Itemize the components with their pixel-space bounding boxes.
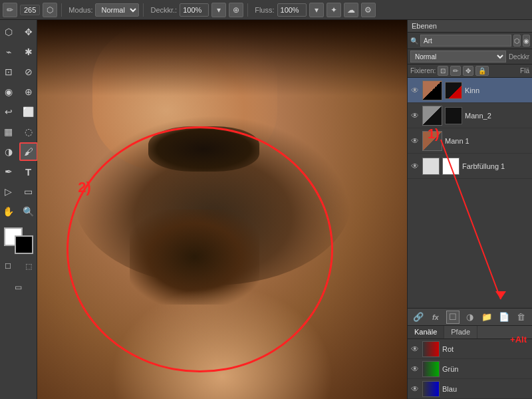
shape-tool[interactable]: ▭ (19, 182, 38, 201)
flow-input[interactable] (277, 3, 307, 17)
layer-mask-kinn (445, 82, 462, 99)
tool-group-2: ⌁ ✱ (0, 43, 38, 61)
opacity-label: Deckkr (509, 53, 529, 61)
text-tool[interactable]: T (19, 162, 38, 181)
layer-visibility-mann2[interactable]: 👁 (410, 111, 420, 120)
brush-picker-icon[interactable]: ⬡ (43, 3, 57, 17)
path-select-tool[interactable]: ▷ (0, 182, 18, 201)
tool-group-3: ⊡ ⊘ (0, 63, 38, 81)
channel-rot[interactable]: 👁 Rot (408, 339, 532, 359)
zoom-tool[interactable]: 🔍 (19, 202, 38, 221)
channels-panel: Kanäle Pfade 👁 Rot 👁 Grün 👁 Blau (408, 325, 532, 399)
delete-layer-btn[interactable]: 🗑 (515, 311, 528, 324)
brush-size-display[interactable]: 265 (20, 5, 40, 15)
channels-tabs: Kanäle Pfade (408, 326, 532, 339)
channel-thumb-gruen (422, 361, 440, 377)
brush-tool-icon[interactable]: ✏ (3, 3, 17, 17)
main-area: ⬡ ✥ ⌁ ✱ ⊡ ⊘ ◉ ⊕ ↩ ⬜ ▦ ◌ ◑ 🖌 ✒ T (0, 20, 532, 399)
new-layer-btn[interactable]: 📄 (497, 311, 511, 324)
color-swatch-area[interactable] (4, 227, 33, 254)
layer-item-kinn[interactable]: 👁 Kinn (408, 78, 532, 103)
blur-tool[interactable]: ◌ (19, 122, 38, 141)
eraser-tool[interactable]: ⬜ (19, 102, 38, 121)
new-group-btn[interactable]: 📁 (480, 311, 493, 324)
pressure-icon[interactable]: ⊕ (229, 3, 243, 17)
airbrush-icon[interactable]: ✦ (327, 3, 341, 17)
channel-blau[interactable]: 👁 Blau (408, 379, 532, 399)
quick-mask-mode[interactable]: ⬚ (19, 257, 38, 275)
channel-eye-gruen[interactable]: 👁 (410, 364, 420, 374)
channel-thumb-rot (422, 341, 440, 357)
channel-name-rot: Rot (442, 345, 529, 353)
flow-arrow-icon[interactable]: ▾ (309, 3, 324, 17)
opacity-input[interactable] (180, 3, 209, 17)
separator-2 (143, 3, 144, 17)
crop-tool[interactable]: ⊡ (0, 63, 18, 81)
clone-tool[interactable]: ⊕ (19, 82, 38, 101)
standard-mode[interactable]: ☐ (0, 257, 17, 275)
fix-brush-btn[interactable]: ✏ (450, 66, 461, 76)
smoothing-icon[interactable]: ☁ (344, 3, 358, 17)
layer-thumb-mann1 (422, 131, 442, 151)
layers-search-row: 🔍 ⬡ ◉ T ⚙ (408, 33, 532, 49)
fx-btn[interactable]: fx (429, 311, 442, 324)
layer-visibility-kinn[interactable]: 👁 (410, 86, 420, 95)
hand-tool[interactable]: ✋ (0, 202, 18, 221)
layer-name-mann2: Mann_2 (465, 112, 529, 120)
layer-item-mann2[interactable]: 👁 Mann_2 (408, 103, 532, 128)
eyedropper-tool[interactable]: ⊘ (19, 63, 38, 81)
separator-3 (247, 3, 248, 17)
layer-thumb-mann2 (422, 106, 442, 126)
channel-eye-blau[interactable]: 👁 (410, 384, 420, 394)
fix-transform-btn[interactable]: ✥ (463, 66, 473, 76)
layer-item-mann1[interactable]: 👁 Mann 1 (408, 128, 532, 154)
layer-mask-farb (442, 158, 460, 175)
tool-group-6: ▦ ◌ (0, 122, 38, 141)
layer-item-farbfuellung[interactable]: 👁 Farbfüllung 1 (408, 154, 532, 179)
move-tool[interactable]: ✥ (19, 23, 38, 41)
mode-dropdown[interactable]: Normal (95, 3, 139, 17)
layer-type-icon[interactable]: ⬡ (513, 35, 521, 47)
photo-canvas: 2) (37, 20, 407, 399)
blend-mode-dropdown[interactable]: Normal (410, 51, 506, 63)
canvas-area[interactable]: 2) (37, 20, 407, 399)
layer-name-kinn: Kinn (465, 86, 529, 94)
tool-group-7: ◑ 🖌 (0, 142, 38, 161)
gradient-tool[interactable]: ▦ (0, 122, 18, 141)
separator-1 (61, 3, 62, 17)
pen-tool[interactable]: ✒ (0, 162, 18, 181)
lasso-tool[interactable]: ⌁ (0, 43, 18, 61)
layers-search-input[interactable] (420, 35, 511, 47)
screen-mode[interactable]: ▭ (9, 278, 28, 297)
fix-label: Fixieren: (410, 67, 436, 74)
fix-lock-btn[interactable]: 🔒 (475, 66, 489, 76)
mustache-area (148, 126, 259, 172)
top-toolbar: ✏ 265 ⬡ Modus: Normal Deckkr.: ▾ ⊕ Fluss… (0, 0, 532, 20)
selection-tool[interactable]: ⬡ (0, 23, 18, 41)
opacity-arrow-icon[interactable]: ▾ (211, 3, 226, 17)
brush-tool[interactable]: 🖌 (19, 142, 38, 161)
settings-icon[interactable]: ⚙ (361, 3, 376, 17)
link-layers-btn[interactable]: 🔗 (412, 311, 425, 324)
fix-position-btn[interactable]: ⊡ (438, 66, 448, 76)
history-brush-tool[interactable]: ↩ (0, 102, 18, 121)
dodge-tool[interactable]: ◑ (0, 142, 18, 161)
layers-panel-header: Ebenen (408, 20, 532, 33)
channel-gruen[interactable]: 👁 Grün (408, 359, 532, 379)
fix-label2: Flä (491, 67, 529, 74)
channel-eye-rot[interactable]: 👁 (410, 344, 420, 354)
add-mask-btn[interactable]: ☐ (446, 311, 460, 324)
background-color[interactable] (15, 235, 33, 254)
layer-filter-icon1[interactable]: ◉ (523, 35, 530, 47)
left-tool-panel: ⬡ ✥ ⌁ ✱ ⊡ ⊘ ◉ ⊕ ↩ ⬜ ▦ ◌ ◑ 🖌 ✒ T (0, 20, 37, 399)
layer-name-mann1: Mann 1 (445, 137, 529, 145)
layer-visibility-farb[interactable]: 👁 (410, 162, 420, 171)
layer-visibility-mann1[interactable]: 👁 (410, 136, 420, 146)
channel-name-blau: Blau (442, 385, 529, 393)
layers-blend-row: Normal Deckkr (408, 49, 532, 65)
magic-wand-tool[interactable]: ✱ (19, 43, 38, 61)
spot-heal-tool[interactable]: ◉ (0, 82, 18, 101)
new-adjustment-btn[interactable]: ◑ (463, 311, 476, 324)
tab-kanale[interactable]: Kanäle (408, 326, 444, 338)
tab-pfade[interactable]: Pfade (444, 326, 477, 338)
